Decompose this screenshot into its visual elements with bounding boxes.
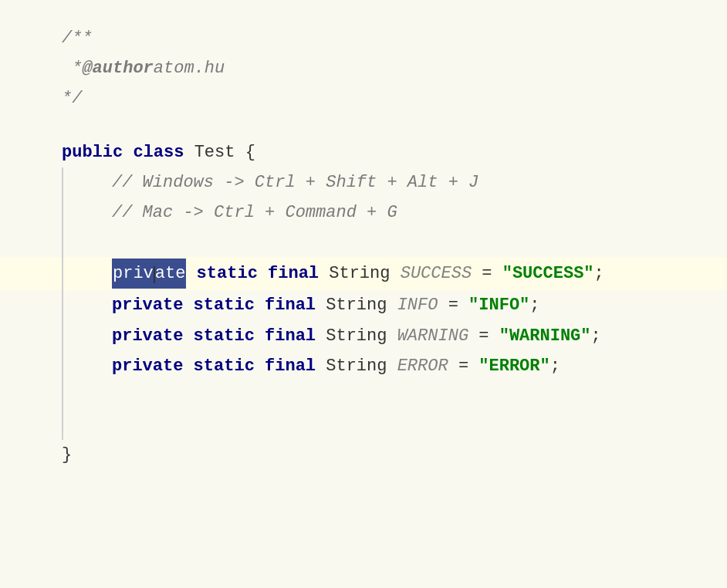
blank-line-1 (0, 114, 727, 137)
keyword-private-info: private static final (112, 292, 316, 319)
keyword-private-warning: private static final (112, 323, 316, 350)
comment-close-text: */ (62, 85, 82, 112)
class-name-text: Test (194, 139, 235, 166)
blank-line-3 (0, 381, 727, 411)
code-editor: /** * @author atom.hu */ public class Te… (0, 0, 727, 588)
semi-error: ; (550, 353, 560, 380)
comment-mac-line: // Mac -> Ctrl + Command + G (0, 198, 727, 228)
val-warning: "WARNING" (499, 323, 591, 350)
semi-info: ; (529, 292, 539, 319)
semi-warning: ; (591, 323, 601, 350)
comment-author-line: * @author atom.hu (0, 53, 727, 83)
windows-comment: // Windows -> Ctrl + Shift + Alt + J (112, 169, 478, 196)
var-info: INFO (397, 292, 438, 319)
field-warning-line: private static final String WARNING = "W… (0, 321, 727, 351)
class-close-line: } (0, 440, 727, 470)
op-error: = (448, 353, 479, 380)
var-error: ERROR (397, 353, 448, 380)
keyword-public: public (62, 139, 123, 166)
blank-line-2 (0, 228, 727, 257)
var-success: SUCCESS (401, 260, 472, 287)
space2 (184, 139, 194, 166)
selected-private: private (112, 259, 186, 289)
comment-text: /** (62, 25, 93, 52)
var-warning: WARNING (397, 323, 468, 350)
comment-open-line: /** (0, 23, 727, 53)
comment-prefix: * (62, 55, 82, 82)
field-error-line: private static final String ERROR = "ERR… (0, 351, 727, 381)
close-brace: } (62, 441, 72, 468)
field-info-line: private static final String INFO = "INFO… (0, 290, 727, 320)
keyword-static-final-success: static final (186, 260, 319, 287)
class-declaration-line: public class Test { (0, 137, 727, 167)
comment-windows-line: // Windows -> Ctrl + Shift + Alt + J (0, 167, 727, 198)
field-success-row: private static final String SUCCESS = "S… (0, 257, 727, 290)
val-info: "INFO" (468, 292, 529, 319)
op-success: = (472, 260, 502, 287)
semi-success: ; (594, 260, 604, 287)
blank-line-4 (0, 411, 727, 440)
type-string-info: String (316, 292, 397, 319)
field-success-line: private static final String SUCCESS = "S… (0, 257, 727, 290)
type-string-error: String (316, 353, 397, 380)
text-cursor (154, 266, 155, 283)
space3 (235, 139, 245, 166)
author-tag: @author (82, 55, 153, 82)
keyword-class: class (133, 139, 184, 166)
op-warning: = (468, 323, 499, 350)
type-string-warning: String (316, 323, 397, 350)
type-string-success: String (319, 260, 401, 287)
keyword-private-error: private static final (112, 353, 316, 380)
val-success: "SUCCESS" (502, 260, 594, 287)
space1 (123, 139, 133, 166)
mac-comment: // Mac -> Ctrl + Command + G (112, 199, 397, 226)
author-value: atom.hu (154, 55, 225, 82)
comment-close-line: */ (0, 83, 727, 113)
op-info: = (438, 292, 468, 319)
open-brace: { (245, 139, 255, 166)
val-error: "ERROR" (478, 353, 549, 380)
